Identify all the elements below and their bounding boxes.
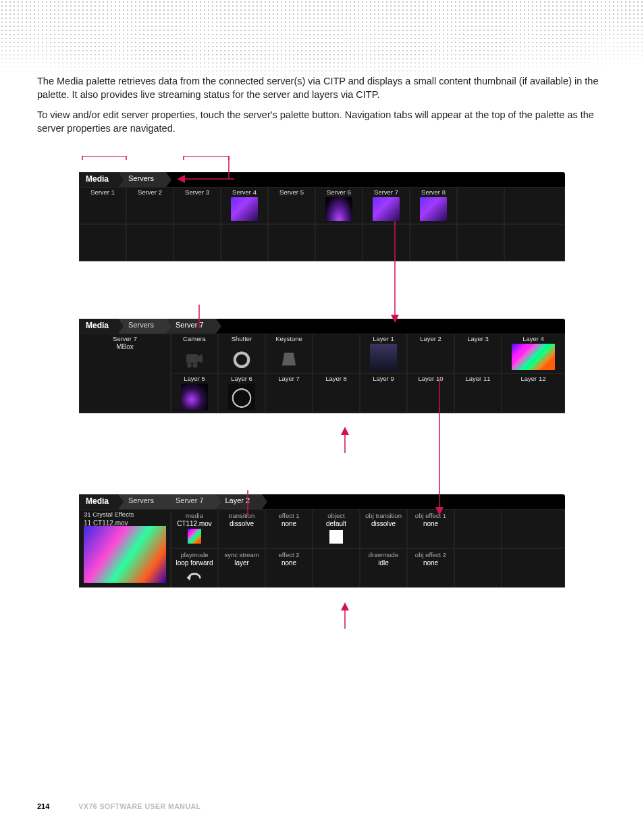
object-prop[interactable]: objectdefault [313,509,360,548]
empty-slot[interactable] [457,224,504,261]
tab-server-7[interactable]: Server 7 [166,494,216,509]
thumbnail [325,197,352,221]
empty-slot[interactable] [454,548,502,588]
svg-point-9 [187,363,192,367]
empty-slot[interactable] [221,224,268,261]
body-text: The Media palette retrieves data from th… [0,0,644,135]
server-6-button[interactable]: Server 6 [315,187,363,224]
object-swatch [329,530,343,544]
manual-title: VX76 SOFTWARE USER MANUAL [78,802,200,810]
camera-button[interactable]: Camera [171,334,218,373]
effect-2-prop[interactable]: effect 2none [265,548,313,588]
layer-9-button[interactable]: Layer 9 [360,373,407,413]
tab-servers[interactable]: Servers [119,494,166,509]
empty-slot[interactable] [502,548,565,588]
server7-grid: Server 7 MBox Camera Shutter [79,334,565,413]
shutter-icon [219,345,265,371]
tab-layer-2[interactable]: Layer 2 [216,494,263,509]
loop-icon [171,567,217,585]
thumbnail [231,197,258,221]
tab-server-7[interactable]: Server 7 [166,319,216,334]
page-footer: 214 VX76 SOFTWARE USER MANUAL [37,802,201,810]
empty-slot[interactable] [313,334,360,373]
thumbnail [181,384,208,410]
empty-slot[interactable] [504,224,565,261]
svg-point-10 [192,363,197,367]
breadcrumb: Media Servers Server 7 Layer 2 [79,494,565,509]
layer-1-button[interactable]: Layer 1 [360,334,407,373]
layer-12-button[interactable]: Layer 12 [502,373,565,413]
effect-1-prop[interactable]: effect 1none [265,509,313,548]
playmode-prop[interactable]: playmodeloop forward [171,548,218,588]
empty-slot[interactable] [363,224,410,261]
empty-slot[interactable] [502,509,565,548]
empty-slot[interactable] [173,224,221,261]
prop-row-b: playmodeloop forward sync streamlayer ef… [171,548,565,588]
obj-transition-prop[interactable]: obj transitiondissolve [360,509,407,548]
layer-8-button[interactable]: Layer 8 [313,373,360,413]
server-4-button[interactable]: Server 4 [221,187,268,224]
obj-effect-2-prop[interactable]: obj effect 2none [407,548,454,588]
server-row-1: Server 1 Server 2 Server 3 Server 4 Serv… [79,187,565,224]
layer-preview[interactable]: 31 Crystal Effects 11 CT112.mov [79,509,171,588]
media-prop[interactable]: mediaCT112.mov [171,509,218,548]
layer-2-button[interactable]: Layer 2 [407,334,454,373]
page-number: 214 [37,802,49,810]
obj-effect-1-prop[interactable]: obj effect 1none [407,509,454,548]
layer-4-button[interactable]: Layer 4 [502,334,565,373]
server-8-button[interactable]: Server 8 [410,187,457,224]
thumbnail [373,197,400,221]
media-palette-servers: Media Servers Server 1 Server 2 Server 3… [79,172,565,261]
drawmode-prop[interactable]: drawmodeidle [360,548,407,588]
server-7-button[interactable]: Server 7 [363,187,410,224]
paragraph-2: To view and/or edit server properties, t… [37,108,607,135]
empty-slot[interactable] [126,224,173,261]
empty-slot[interactable] [457,187,504,224]
server-2-button[interactable]: Server 2 [126,187,173,224]
tab-media[interactable]: Media [79,172,119,187]
transition-prop[interactable]: transitiondissolve [218,509,265,548]
server-3-button[interactable]: Server 3 [173,187,221,224]
tab-servers[interactable]: Servers [119,172,166,187]
keystone-button[interactable]: Keystone [265,334,313,373]
layer-10-button[interactable]: Layer 10 [407,373,454,413]
empty-slot[interactable] [504,187,565,224]
tab-media[interactable]: Media [79,494,119,509]
empty-slot[interactable] [315,224,363,261]
tab-media[interactable]: Media [79,319,119,334]
thumbnail [370,344,397,370]
shutter-button[interactable]: Shutter [218,334,265,373]
svg-point-11 [235,353,248,366]
paragraph-1: The Media palette retrieves data from th… [37,74,607,101]
breadcrumb: Media Servers [79,172,565,187]
preview-thumbnail [84,526,166,583]
server-1-button[interactable]: Server 1 [79,187,126,224]
keystone-icon [266,345,312,371]
preview-thumbnail [84,350,166,410]
sync-stream-prop[interactable]: sync streamlayer [218,548,265,588]
empty-slot[interactable] [268,224,315,261]
empty-slot[interactable] [313,548,360,588]
prop-row-a: mediaCT112.mov transitiondissolve effect… [171,509,565,548]
empty-slot[interactable] [454,509,502,548]
layer-3-button[interactable]: Layer 3 [454,334,502,373]
server-row-2 [79,224,565,261]
layer-properties: 31 Crystal Effects 11 CT112.mov mediaCT1… [79,509,565,588]
media-palette-server7: Media Servers Server 7 Server 7 MBox Cam… [79,319,565,413]
tab-servers[interactable]: Servers [119,319,166,334]
thumbnail [420,197,447,221]
media-palette-layer2: Media Servers Server 7 Layer 2 31 Crysta… [79,494,565,588]
layer-11-button[interactable]: Layer 11 [454,373,502,413]
layer-7-button[interactable]: Layer 7 [265,373,313,413]
camera-icon [171,345,217,371]
svg-rect-8 [186,354,198,363]
empty-slot[interactable] [410,224,457,261]
mini-thumbnail [188,529,201,544]
layer-6-button[interactable]: Layer 6 [218,373,265,413]
server-preview[interactable]: Server 7 MBox [79,334,171,413]
breadcrumb: Media Servers Server 7 [79,319,565,334]
server-5-button[interactable]: Server 5 [268,187,315,224]
figure-stack: Media Servers Server 1 Server 2 Server 3… [79,172,565,588]
empty-slot[interactable] [79,224,126,261]
layer-5-button[interactable]: Layer 5 [171,373,218,413]
